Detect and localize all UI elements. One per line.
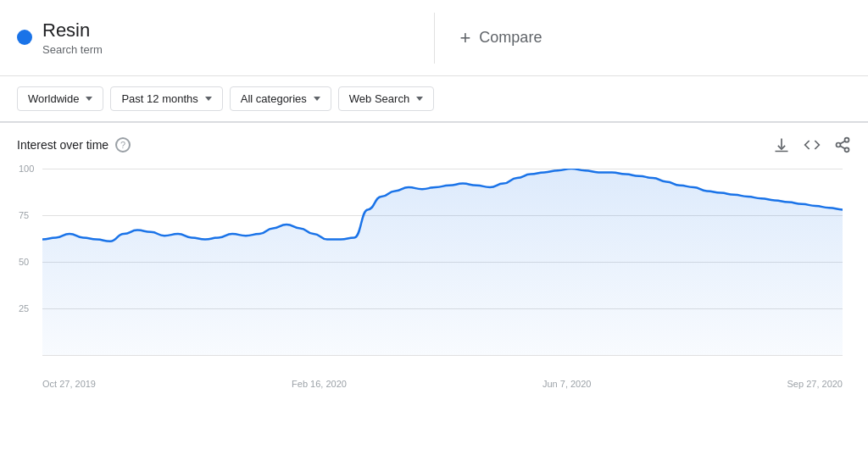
time-chevron-icon bbox=[205, 97, 212, 101]
grid-line-0 bbox=[42, 355, 843, 356]
header: Resin Search term + Compare bbox=[0, 0, 868, 76]
term-color-dot bbox=[17, 30, 32, 45]
svg-line-3 bbox=[840, 146, 845, 148]
y-label-25: 25 bbox=[19, 303, 29, 314]
y-label-75: 75 bbox=[19, 210, 29, 220]
search-type-chevron-icon bbox=[416, 97, 423, 101]
filters-bar: Worldwide Past 12 months All categories … bbox=[0, 76, 868, 123]
trend-line-svg bbox=[42, 169, 843, 355]
x-label-3: Jun 7, 2020 bbox=[542, 379, 592, 389]
time-filter[interactable]: Past 12 months bbox=[110, 86, 222, 111]
x-label-2: Feb 16, 2020 bbox=[292, 379, 347, 389]
term-name: Resin bbox=[42, 19, 103, 42]
compare-label: Compare bbox=[479, 29, 542, 47]
time-label: Past 12 months bbox=[121, 92, 198, 105]
chart-container: 100 75 50 25 O bbox=[0, 160, 868, 406]
chart-area: 100 75 50 25 O bbox=[42, 169, 843, 389]
download-icon[interactable] bbox=[773, 136, 790, 153]
section-actions bbox=[773, 136, 851, 153]
worldwide-filter[interactable]: Worldwide bbox=[17, 86, 103, 111]
x-labels: Oct 27, 2019 Feb 16, 2020 Jun 7, 2020 Se… bbox=[42, 363, 843, 389]
x-label-1: Oct 27, 2019 bbox=[42, 379, 96, 389]
share-icon[interactable] bbox=[834, 136, 851, 153]
svg-point-1 bbox=[837, 143, 841, 147]
categories-label: All categories bbox=[241, 92, 307, 105]
y-label-100: 100 bbox=[19, 164, 34, 174]
worldwide-chevron-icon bbox=[86, 97, 92, 101]
svg-point-0 bbox=[845, 138, 849, 142]
search-type-filter[interactable]: Web Search bbox=[338, 86, 434, 111]
svg-line-4 bbox=[840, 141, 845, 143]
categories-chevron-icon bbox=[314, 97, 320, 101]
x-label-4: Sep 27, 2020 bbox=[787, 379, 843, 389]
term-type: Search term bbox=[42, 43, 103, 56]
search-type-label: Web Search bbox=[349, 92, 409, 105]
worldwide-label: Worldwide bbox=[28, 92, 79, 105]
chart-title: Interest over time bbox=[17, 138, 108, 152]
y-label-50: 50 bbox=[19, 257, 29, 267]
compare-plus-icon: + bbox=[460, 27, 471, 49]
search-term-section: Resin Search term bbox=[17, 19, 409, 56]
section-header: Interest over time ? bbox=[0, 123, 868, 160]
compare-section[interactable]: + Compare bbox=[460, 27, 852, 49]
header-divider bbox=[434, 13, 435, 64]
term-info: Resin Search term bbox=[42, 19, 103, 56]
svg-point-2 bbox=[845, 147, 849, 152]
help-icon[interactable]: ? bbox=[115, 137, 131, 153]
categories-filter[interactable]: All categories bbox=[230, 86, 331, 111]
section-title-group: Interest over time ? bbox=[17, 137, 131, 153]
embed-icon[interactable] bbox=[804, 136, 821, 153]
